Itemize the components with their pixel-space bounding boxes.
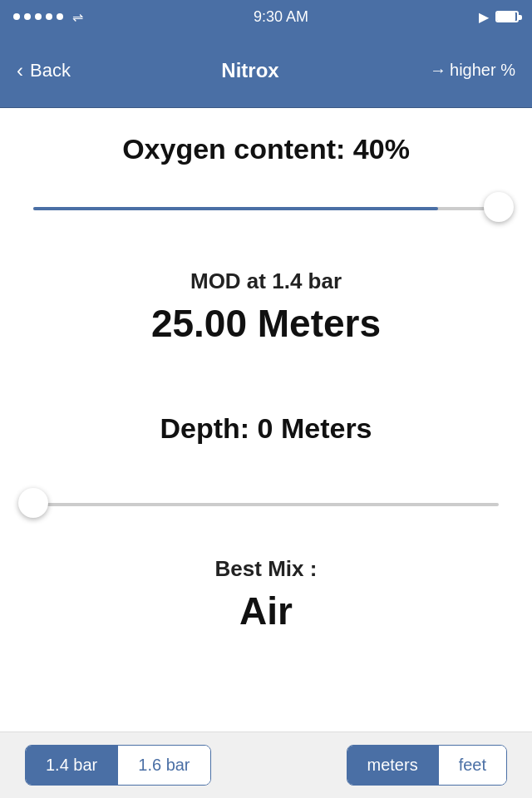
- depth-section: Depth: 0 Meters: [25, 396, 507, 470]
- bar-14-button[interactable]: 1.4 bar: [26, 746, 118, 785]
- best-mix-value: Air: [25, 589, 507, 633]
- best-mix-section: Best Mix : Air: [25, 548, 507, 658]
- oxygen-section: Oxygen content: 40%: [25, 133, 507, 182]
- depth-title: Depth: 0 Meters: [25, 412, 507, 445]
- bar-button-group[interactable]: 1.4 bar 1.6 bar: [25, 745, 211, 786]
- depth-slider-thumb[interactable]: [18, 488, 48, 518]
- unit-button-group[interactable]: meters feet: [347, 745, 507, 786]
- nav-right-action[interactable]: → higher %: [430, 61, 515, 80]
- status-right-icons: ▶: [479, 9, 519, 25]
- chevron-left-icon: ‹: [17, 59, 23, 82]
- mod-section: MOD at 1.4 bar 25.00 Meters: [25, 252, 507, 362]
- depth-slider-container[interactable]: [25, 486, 507, 523]
- mod-label: MOD at 1.4 bar: [25, 268, 507, 294]
- nav-bar: ‹ Back Nitrox → higher %: [0, 33, 532, 108]
- location-icon: ▶: [479, 9, 489, 25]
- status-bar: ⇌ 9:30 AM ▶: [0, 0, 532, 33]
- main-content: Oxygen content: 40% MOD at 1.4 bar 25.00…: [0, 108, 532, 675]
- best-mix-label: Best Mix :: [25, 556, 507, 582]
- oxygen-slider-thumb[interactable]: [484, 192, 514, 222]
- battery-icon: [495, 11, 519, 22]
- wifi-icon: ⇌: [72, 9, 83, 25]
- oxygen-slider-container[interactable]: [25, 190, 507, 227]
- bottom-toolbar: 1.4 bar 1.6 bar meters feet: [0, 732, 532, 798]
- nav-right-label: higher %: [450, 61, 515, 80]
- signal-dots: ⇌: [13, 9, 83, 25]
- oxygen-slider-fill: [33, 207, 438, 210]
- back-label: Back: [30, 60, 71, 81]
- oxygen-slider-track[interactable]: [33, 207, 499, 210]
- oxygen-title: Oxygen content: 40%: [25, 133, 507, 165]
- bar-16-button[interactable]: 1.6 bar: [118, 746, 209, 785]
- nav-title: Nitrox: [221, 59, 278, 82]
- back-button[interactable]: ‹ Back: [17, 59, 71, 82]
- feet-button[interactable]: feet: [439, 746, 506, 785]
- depth-slider-track[interactable]: [33, 503, 499, 506]
- mod-value: 25.00 Meters: [25, 301, 507, 346]
- meters-button[interactable]: meters: [347, 746, 439, 785]
- right-arrow-icon: →: [430, 61, 446, 80]
- status-time: 9:30 AM: [254, 8, 308, 26]
